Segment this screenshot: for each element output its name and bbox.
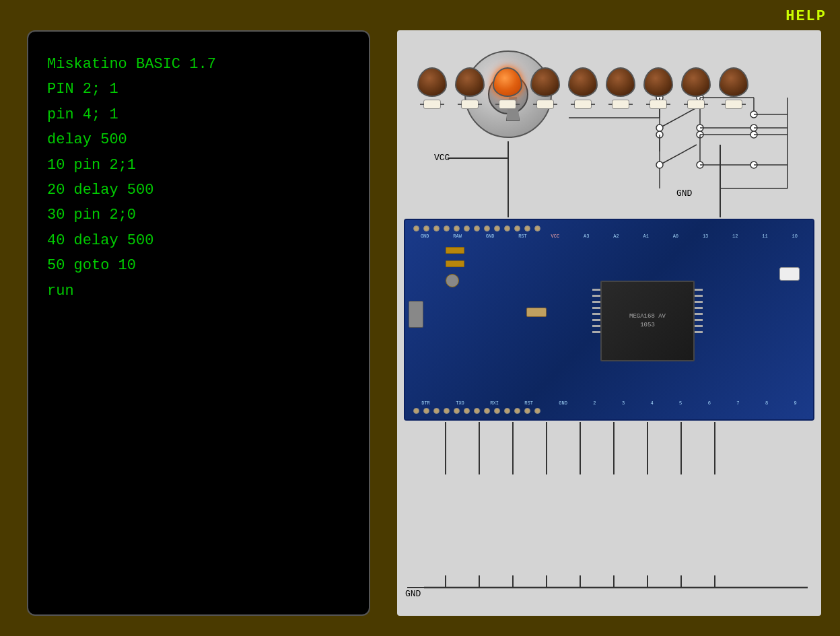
help-button[interactable]: HELP xyxy=(785,8,827,25)
led-unit-6 xyxy=(643,67,673,109)
svg-line-36 xyxy=(660,145,697,165)
chip-label: MEGA168 AV 1053 xyxy=(625,312,670,329)
pin-label: A2 xyxy=(613,234,619,239)
led-bulb-0 xyxy=(417,67,447,97)
pin-label: 8 xyxy=(765,400,768,406)
chip-pin xyxy=(592,307,600,309)
pin-hole xyxy=(534,225,540,232)
gnd-label-top: GND xyxy=(676,188,692,199)
led-bulb-1 xyxy=(455,67,485,97)
led-unit-2 xyxy=(493,67,522,109)
terminal-text: Miskatino BASIC 1.7 PIN 2; 1 pin 4; 1 de… xyxy=(47,52,350,304)
svg-point-32 xyxy=(656,131,663,138)
led-resistor-7 xyxy=(687,100,705,109)
side-components xyxy=(446,247,464,287)
svg-point-30 xyxy=(656,125,663,131)
pin-label: A0 xyxy=(673,234,678,239)
bottom-pin-labels: DTR TXO RXI RST GND 2 3 4 5 6 7 8 9 xyxy=(405,400,813,406)
chip-pin xyxy=(592,331,600,333)
usb-connector xyxy=(409,301,423,328)
led-unit-4 xyxy=(568,67,598,109)
pin-label: GND xyxy=(559,400,567,406)
pin-label: 5 xyxy=(679,400,682,406)
pin-hole xyxy=(413,225,419,232)
pin-hole xyxy=(433,225,440,232)
diagram-panel: VCC GND xyxy=(397,30,821,616)
chip-pin xyxy=(592,301,600,303)
gnd-label-bottom: GND xyxy=(405,589,421,599)
pin-label: RST xyxy=(518,234,527,239)
chip-pin xyxy=(695,325,703,327)
chip-pin xyxy=(695,295,703,297)
reset-button-hardware xyxy=(779,267,800,281)
pin-label: 2 xyxy=(593,400,596,406)
led-bulb-4 xyxy=(568,67,598,97)
led-unit-5 xyxy=(606,67,635,109)
led-bulb-7 xyxy=(681,67,711,97)
pin-hole xyxy=(484,225,490,232)
arduino-board: GND RAW GND RST VCC A3 A2 A1 A0 13 12 11… xyxy=(404,219,814,421)
smd-component xyxy=(446,260,464,267)
pin-hole xyxy=(433,408,440,414)
pin-label: A1 xyxy=(643,234,648,239)
chip-pin xyxy=(695,331,703,333)
led-bulb-5 xyxy=(606,67,635,97)
pin-label: 3 xyxy=(622,400,625,406)
crystal-oscillator xyxy=(526,308,547,317)
pin-hole xyxy=(494,225,500,232)
pin-hole xyxy=(484,408,490,414)
pin-label: GND xyxy=(421,234,429,239)
pin-hole xyxy=(504,408,510,414)
led-unit-7 xyxy=(681,67,711,109)
led-unit-0 xyxy=(417,67,447,109)
pin-label: 13 xyxy=(703,234,708,239)
pin-hole xyxy=(494,408,500,414)
pin-label: 12 xyxy=(732,234,738,239)
svg-point-31 xyxy=(697,125,703,131)
pin-hole xyxy=(514,408,520,414)
vcc-label: VCC xyxy=(434,153,450,163)
led-resistor-8 xyxy=(725,100,742,109)
chip-pin xyxy=(592,289,600,291)
svg-point-50 xyxy=(750,162,757,168)
chip-pin xyxy=(695,289,703,291)
led-unit-1 xyxy=(455,67,485,109)
pin-hole xyxy=(474,408,480,414)
led-bulb-2 xyxy=(493,67,522,97)
pin-hole xyxy=(464,408,470,414)
pin-hole xyxy=(444,408,450,414)
pin-label: DTR xyxy=(421,400,430,406)
svg-point-33 xyxy=(697,131,703,138)
terminal-panel: Miskatino BASIC 1.7 PIN 2; 1 pin 4; 1 de… xyxy=(27,30,370,616)
svg-point-41 xyxy=(750,111,757,118)
chip-pin xyxy=(695,301,703,303)
chip-pin xyxy=(695,313,703,315)
pin-label: 10 xyxy=(792,234,798,239)
chip-pin xyxy=(695,307,703,309)
pin-hole xyxy=(524,408,530,414)
led-unit-8 xyxy=(719,67,748,109)
pin-label: GND xyxy=(486,234,495,239)
pin-hole xyxy=(504,225,510,232)
pin-label: A3 xyxy=(584,234,589,239)
top-pin-holes xyxy=(413,225,540,232)
smd-component xyxy=(446,274,459,287)
pin-label: 7 xyxy=(736,400,739,406)
pin-hole xyxy=(423,408,429,414)
led-bulb-6 xyxy=(643,67,673,97)
pin-label: 11 xyxy=(762,234,767,239)
led-resistor-3 xyxy=(536,100,554,109)
svg-line-29 xyxy=(660,108,697,128)
pin-hole xyxy=(444,225,450,232)
led-resistor-1 xyxy=(461,100,479,109)
led-resistor-6 xyxy=(650,100,667,109)
pin-hole xyxy=(413,408,419,414)
svg-point-37 xyxy=(656,162,663,168)
svg-point-44 xyxy=(750,125,757,131)
led-resistor-4 xyxy=(574,100,592,109)
led-bulb-8 xyxy=(719,67,748,97)
pin-hole xyxy=(534,408,540,414)
pin-hole xyxy=(514,225,520,232)
chip-pin xyxy=(695,319,703,321)
smd-component xyxy=(446,247,464,254)
